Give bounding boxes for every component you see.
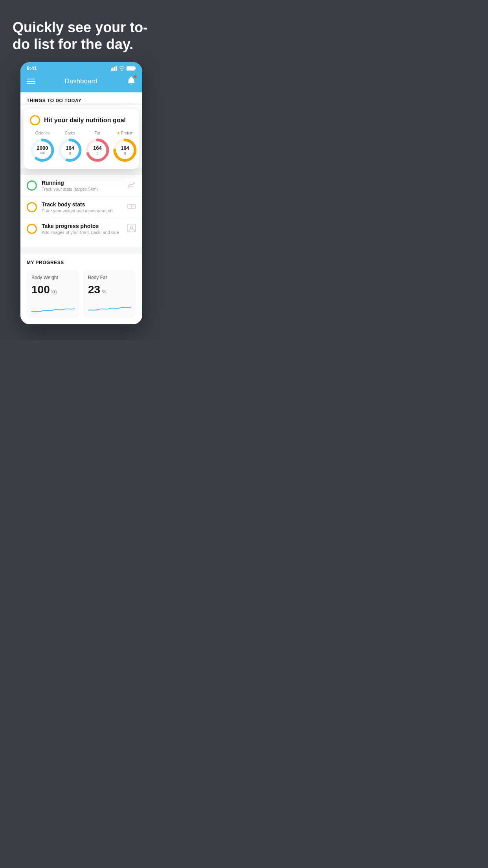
progress-photos-icon [127, 224, 136, 234]
running-title: Running [42, 180, 123, 186]
battery-icon [127, 66, 136, 71]
body-fat-value-row: 23 % [88, 283, 131, 296]
protein-donut: 164 g [112, 138, 138, 163]
todo-item-running[interactable]: Running Track your stats (target: 5km) [20, 175, 142, 196]
progress-section-title: MY PROGRESS [27, 260, 136, 265]
hamburger-menu-button[interactable] [27, 79, 35, 84]
progress-section: MY PROGRESS Body Weight 100 kg Body Fat [20, 254, 142, 324]
nutrition-fat: Fat 164 g [85, 131, 110, 163]
running-subtitle: Track your stats (target: 5km) [42, 187, 123, 191]
body-fat-card-title: Body Fat [88, 275, 131, 280]
carbs-donut: 164 g [57, 138, 83, 163]
protein-value: 164 [121, 145, 129, 151]
body-stats-icon [127, 203, 136, 212]
hero-section: Quickly see your to-do list for the day. [0, 0, 163, 62]
calories-donut: 2000 cal [30, 138, 55, 163]
body-stats-checkbox[interactable] [27, 202, 37, 212]
protein-label: Protein [121, 131, 134, 135]
progress-card-weight[interactable]: Body Weight 100 kg [27, 270, 79, 318]
body-weight-card-title: Body Weight [31, 275, 75, 280]
wifi-icon [119, 66, 125, 71]
svg-rect-3 [116, 66, 117, 71]
nutrition-protein: ★ Protein 164 g [112, 131, 138, 163]
fat-label: Fat [95, 131, 100, 135]
body-weight-value: 100 [31, 283, 50, 296]
things-section-title: THINGS TO DO TODAY [27, 98, 136, 103]
protein-unit: g [121, 151, 129, 155]
star-icon: ★ [117, 131, 120, 135]
protein-label-row: ★ Protein [117, 131, 134, 135]
nutrition-grid: Calories 2000 cal [30, 131, 133, 163]
nutrition-card: Hit your daily nutrition goal Calories [24, 109, 139, 169]
fat-value: 164 [93, 145, 102, 151]
body-weight-chart [31, 301, 75, 316]
progress-photos-title: Take progress photos [42, 223, 123, 229]
body-stats-text: Track body stats Enter your weight and m… [42, 201, 123, 213]
phone-mockup: 9:41 [20, 62, 142, 324]
todo-item-progress-photos[interactable]: Take progress photos Add images of your … [20, 218, 142, 239]
progress-photos-checkbox[interactable] [27, 224, 37, 234]
body-fat-value: 23 [88, 283, 100, 296]
calories-unit: cal [37, 151, 48, 155]
nutrition-checkbox[interactable] [30, 115, 40, 125]
status-bar: 9:41 [20, 62, 142, 73]
todo-item-body-stats[interactable]: Track body stats Enter your weight and m… [20, 196, 142, 218]
progress-photos-subtitle: Add images of your front, back, and side [42, 230, 123, 235]
body-fat-chart [88, 301, 131, 316]
body-weight-unit: kg [51, 289, 57, 294]
svg-rect-5 [135, 67, 136, 69]
svg-rect-0 [111, 68, 112, 71]
carbs-value: 164 [66, 145, 74, 151]
calories-value: 2000 [37, 145, 48, 151]
svg-rect-1 [112, 68, 114, 71]
things-section-header: THINGS TO DO TODAY [20, 92, 142, 103]
svg-rect-4 [127, 66, 135, 70]
notification-bell-button[interactable] [127, 76, 136, 87]
header-title: Dashboard [64, 77, 97, 85]
app-header: Dashboard [20, 73, 142, 92]
nutrition-card-title: Hit your daily nutrition goal [44, 117, 126, 124]
progress-photos-text: Take progress photos Add images of your … [42, 223, 123, 235]
svg-point-20 [130, 226, 133, 228]
body-fat-unit: % [102, 289, 106, 294]
fat-donut: 164 g [85, 138, 110, 163]
body-stats-title: Track body stats [42, 201, 123, 208]
notification-dot [134, 75, 137, 78]
carbs-unit: g [66, 151, 74, 155]
calories-label: Calories [35, 131, 50, 135]
status-time: 9:41 [27, 65, 37, 71]
status-icons [111, 66, 136, 71]
svg-point-14 [133, 182, 135, 184]
carbs-label: Carbs [65, 131, 75, 135]
hero-title: Quickly see your to-do list for the day. [13, 19, 150, 53]
fat-unit: g [93, 151, 102, 155]
todo-list: Running Track your stats (target: 5km) T… [20, 175, 142, 239]
nutrition-calories: Calories 2000 cal [30, 131, 55, 163]
svg-rect-2 [114, 67, 115, 71]
signal-icon [111, 66, 117, 71]
running-checkbox[interactable] [27, 180, 37, 191]
nutrition-card-header: Hit your daily nutrition goal [30, 115, 133, 125]
body-weight-value-row: 100 kg [31, 283, 75, 296]
nutrition-carbs: Carbs 164 g [57, 131, 83, 163]
progress-cards: Body Weight 100 kg Body Fat 23 % [27, 270, 136, 318]
running-text: Running Track your stats (target: 5km) [42, 180, 123, 191]
progress-card-fat[interactable]: Body Fat 23 % [83, 270, 136, 318]
running-icon [127, 181, 136, 190]
body-stats-subtitle: Enter your weight and measurements [42, 208, 123, 213]
